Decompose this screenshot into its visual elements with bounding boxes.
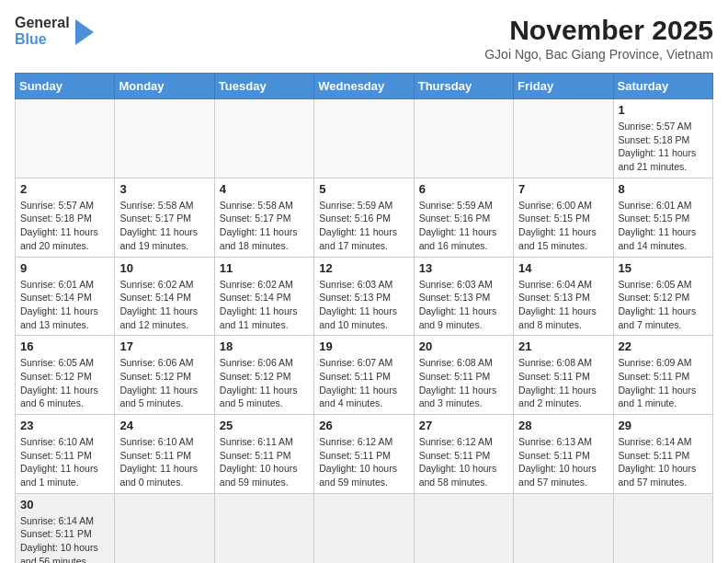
col-header-thursday: Thursday — [414, 74, 513, 99]
table-row — [613, 493, 712, 563]
table-row: 3Sunrise: 5:58 AM Sunset: 5:17 PM Daylig… — [115, 178, 214, 257]
day-number: 14 — [518, 261, 608, 275]
table-row — [16, 99, 115, 178]
day-info: Sunrise: 6:10 AM Sunset: 5:11 PM Dayligh… — [119, 435, 209, 489]
day-info: Sunrise: 6:03 AM Sunset: 5:13 PM Dayligh… — [319, 278, 408, 332]
day-info: Sunrise: 5:59 AM Sunset: 5:16 PM Dayligh… — [419, 199, 508, 253]
table-row: 10Sunrise: 6:02 AM Sunset: 5:14 PM Dayli… — [115, 257, 214, 336]
table-row — [514, 493, 613, 563]
table-row: 12Sunrise: 6:03 AM Sunset: 5:13 PM Dayli… — [314, 257, 414, 336]
table-row: 26Sunrise: 6:12 AM Sunset: 5:11 PM Dayli… — [314, 415, 414, 494]
table-row: 30Sunrise: 6:14 AM Sunset: 5:11 PM Dayli… — [16, 493, 115, 563]
day-info: Sunrise: 6:01 AM Sunset: 5:15 PM Dayligh… — [619, 199, 708, 253]
day-number: 6 — [419, 182, 508, 196]
table-row: 15Sunrise: 6:05 AM Sunset: 5:12 PM Dayli… — [613, 257, 712, 336]
location-subtitle: GJoi Ngo, Bac Giang Province, Vietnam — [484, 47, 713, 62]
col-header-wednesday: Wednesday — [314, 74, 414, 99]
day-number: 15 — [619, 261, 708, 275]
day-info: Sunrise: 6:07 AM Sunset: 5:11 PM Dayligh… — [319, 356, 408, 410]
day-number: 17 — [119, 339, 209, 353]
col-header-sunday: Sunday — [16, 74, 115, 99]
day-info: Sunrise: 6:14 AM Sunset: 5:11 PM Dayligh… — [20, 514, 109, 563]
day-info: Sunrise: 6:11 AM Sunset: 5:11 PM Dayligh… — [220, 435, 309, 489]
table-row: 13Sunrise: 6:03 AM Sunset: 5:13 PM Dayli… — [414, 257, 513, 336]
day-info: Sunrise: 6:12 AM Sunset: 5:11 PM Dayligh… — [319, 435, 408, 489]
day-number: 4 — [220, 182, 309, 196]
logo-text: GeneralBlue — [15, 15, 70, 49]
table-row — [214, 99, 313, 178]
day-number: 19 — [319, 339, 408, 353]
calendar-table: SundayMondayTuesdayWednesdayThursdayFrid… — [15, 73, 713, 563]
logo: GeneralBlue — [15, 15, 94, 49]
day-info: Sunrise: 6:05 AM Sunset: 5:12 PM Dayligh… — [619, 278, 708, 332]
header: GeneralBlue November 2025 GJoi Ngo, Bac … — [15, 15, 713, 62]
day-info: Sunrise: 5:59 AM Sunset: 5:16 PM Dayligh… — [319, 199, 408, 253]
day-info: Sunrise: 6:06 AM Sunset: 5:12 PM Dayligh… — [119, 356, 209, 410]
day-info: Sunrise: 5:57 AM Sunset: 5:18 PM Dayligh… — [20, 199, 109, 253]
table-row — [414, 99, 513, 178]
day-number: 22 — [619, 339, 708, 353]
table-row: 19Sunrise: 6:07 AM Sunset: 5:11 PM Dayli… — [314, 336, 414, 415]
table-row: 6Sunrise: 5:59 AM Sunset: 5:16 PM Daylig… — [414, 178, 513, 257]
day-number: 5 — [319, 182, 408, 196]
table-row: 14Sunrise: 6:04 AM Sunset: 5:13 PM Dayli… — [514, 257, 613, 336]
table-row: 7Sunrise: 6:00 AM Sunset: 5:15 PM Daylig… — [514, 178, 613, 257]
day-number: 25 — [220, 419, 309, 432]
table-row: 22Sunrise: 6:09 AM Sunset: 5:11 PM Dayli… — [613, 336, 712, 415]
table-row: 29Sunrise: 6:14 AM Sunset: 5:11 PM Dayli… — [613, 415, 712, 494]
day-number: 20 — [419, 339, 508, 353]
table-row: 5Sunrise: 5:59 AM Sunset: 5:16 PM Daylig… — [314, 178, 414, 257]
day-info: Sunrise: 6:00 AM Sunset: 5:15 PM Dayligh… — [518, 199, 608, 253]
table-row: 27Sunrise: 6:12 AM Sunset: 5:11 PM Dayli… — [414, 415, 513, 494]
day-number: 27 — [419, 419, 508, 432]
table-row: 28Sunrise: 6:13 AM Sunset: 5:11 PM Dayli… — [514, 415, 613, 494]
table-row — [314, 493, 414, 563]
table-row: 18Sunrise: 6:06 AM Sunset: 5:12 PM Dayli… — [214, 336, 313, 415]
table-row — [414, 493, 513, 563]
table-row — [115, 493, 214, 563]
day-number: 10 — [119, 261, 209, 275]
day-number: 8 — [619, 182, 708, 196]
day-info: Sunrise: 6:08 AM Sunset: 5:11 PM Dayligh… — [419, 356, 508, 410]
day-number: 7 — [518, 182, 608, 196]
day-number: 26 — [319, 419, 408, 432]
day-number: 12 — [319, 261, 408, 275]
day-number: 9 — [20, 261, 109, 275]
day-info: Sunrise: 6:06 AM Sunset: 5:12 PM Dayligh… — [220, 356, 309, 410]
table-row — [314, 99, 414, 178]
day-info: Sunrise: 5:58 AM Sunset: 5:17 PM Dayligh… — [119, 199, 209, 253]
table-row: 25Sunrise: 6:11 AM Sunset: 5:11 PM Dayli… — [214, 415, 313, 494]
day-info: Sunrise: 6:02 AM Sunset: 5:14 PM Dayligh… — [220, 278, 309, 332]
day-info: Sunrise: 6:03 AM Sunset: 5:13 PM Dayligh… — [419, 278, 508, 332]
col-header-saturday: Saturday — [613, 74, 712, 99]
day-info: Sunrise: 6:10 AM Sunset: 5:11 PM Dayligh… — [20, 435, 109, 489]
col-header-tuesday: Tuesday — [214, 74, 313, 99]
table-row — [214, 493, 313, 563]
day-info: Sunrise: 6:01 AM Sunset: 5:14 PM Dayligh… — [20, 278, 109, 332]
day-number: 28 — [518, 419, 608, 432]
day-number: 1 — [619, 103, 708, 117]
table-row: 8Sunrise: 6:01 AM Sunset: 5:15 PM Daylig… — [613, 178, 712, 257]
col-header-friday: Friday — [514, 74, 613, 99]
day-number: 2 — [20, 182, 109, 196]
day-number: 30 — [20, 498, 109, 511]
table-row: 11Sunrise: 6:02 AM Sunset: 5:14 PM Dayli… — [214, 257, 313, 336]
day-number: 13 — [419, 261, 508, 275]
day-info: Sunrise: 6:09 AM Sunset: 5:11 PM Dayligh… — [619, 356, 708, 410]
table-row: 21Sunrise: 6:08 AM Sunset: 5:11 PM Dayli… — [514, 336, 613, 415]
svg-marker-0 — [75, 19, 94, 45]
day-number: 29 — [619, 419, 708, 432]
day-number: 23 — [20, 419, 109, 432]
day-info: Sunrise: 6:14 AM Sunset: 5:11 PM Dayligh… — [619, 435, 708, 489]
day-number: 3 — [119, 182, 209, 196]
day-number: 18 — [220, 339, 309, 353]
table-row: 16Sunrise: 6:05 AM Sunset: 5:12 PM Dayli… — [16, 336, 115, 415]
day-number: 11 — [220, 261, 309, 275]
day-info: Sunrise: 5:57 AM Sunset: 5:18 PM Dayligh… — [619, 120, 708, 174]
table-row: 4Sunrise: 5:58 AM Sunset: 5:17 PM Daylig… — [214, 178, 313, 257]
table-row: 23Sunrise: 6:10 AM Sunset: 5:11 PM Dayli… — [16, 415, 115, 494]
table-row: 1Sunrise: 5:57 AM Sunset: 5:18 PM Daylig… — [613, 99, 712, 178]
logo-triangle-icon — [75, 19, 94, 45]
table-row — [514, 99, 613, 178]
day-info: Sunrise: 6:08 AM Sunset: 5:11 PM Dayligh… — [518, 356, 608, 410]
